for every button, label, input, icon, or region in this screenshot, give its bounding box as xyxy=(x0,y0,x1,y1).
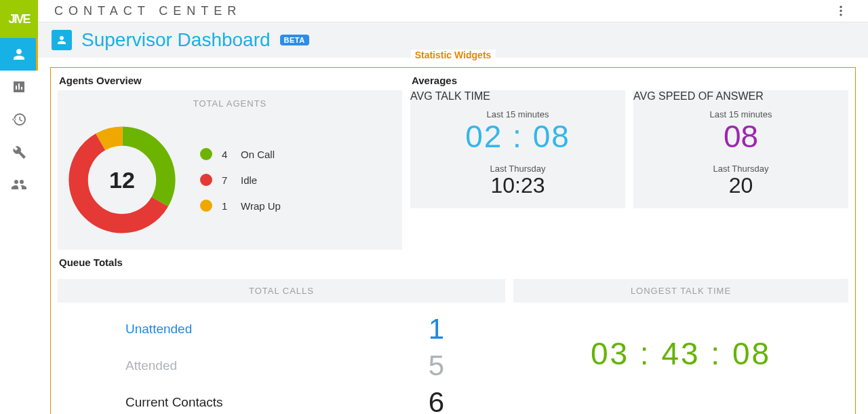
primary-label: Last 15 minutes xyxy=(710,109,772,119)
legend-row: 7Idle xyxy=(200,174,281,186)
people-icon xyxy=(11,46,27,62)
svg-point-1 xyxy=(840,10,842,12)
legend-label: On Call xyxy=(241,149,275,160)
secondary-value: 10:23 xyxy=(490,174,545,197)
queue-totals-title: Queue Totals xyxy=(58,257,848,272)
total-calls-row: Attended5 xyxy=(125,352,444,380)
page-icon xyxy=(52,30,72,50)
call-row-value: 6 xyxy=(429,388,444,414)
wrench-icon xyxy=(11,144,27,160)
call-row-label: Current Contacts xyxy=(125,395,223,410)
legend-label: Wrap Up xyxy=(241,200,281,212)
call-row-value: 5 xyxy=(429,352,444,380)
total-calls-head: TOTAL CALLS xyxy=(58,279,505,303)
primary-label: Last 15 minutes xyxy=(487,109,549,119)
legend-row: 1Wrap Up xyxy=(200,200,281,212)
total-agents-card: TOTAL AGENTS 12 4On Call7Idle1Wrap Up xyxy=(58,90,402,250)
statistic-widgets-group: Agents Overview TOTAL AGENTS 12 4On Call… xyxy=(50,67,856,414)
total-calls-row: Unattended1 xyxy=(125,315,444,343)
call-row-label: Unattended xyxy=(125,322,192,337)
legend-label: Idle xyxy=(241,174,257,186)
svg-point-0 xyxy=(840,6,842,8)
secondary-label: Last Thursday xyxy=(713,164,768,174)
logo: JIVE xyxy=(0,0,38,38)
card-head: AVG TALK TIME xyxy=(410,90,625,102)
nav-supervisor[interactable] xyxy=(0,38,38,71)
more-vert-icon xyxy=(834,4,848,18)
legend-dot xyxy=(200,148,212,160)
total-agents-value: 12 xyxy=(64,122,180,238)
page-title: Supervisor Dashboard xyxy=(81,29,271,51)
legend-dot xyxy=(200,200,212,212)
avg-speed-answer-card: AVG SPEED OF ANSWERLast 15 minutes08Last… xyxy=(633,90,848,208)
longest-talk-card: LONGEST TALK TIME 03 : 43 : 08 xyxy=(513,279,848,414)
secondary-value: 20 xyxy=(729,174,753,197)
longest-talk-value: 03 : 43 : 08 xyxy=(591,335,771,372)
nav-group[interactable] xyxy=(0,168,38,201)
nav-settings[interactable] xyxy=(0,136,38,168)
averages-title: Averages xyxy=(410,75,848,90)
primary-value: 08 xyxy=(724,119,758,154)
total-calls-card: TOTAL CALLS Unattended1Attended5Current … xyxy=(58,279,505,414)
total-agents-donut: 12 xyxy=(64,122,180,238)
total-agents-head: TOTAL AGENTS xyxy=(58,90,402,113)
app-title: CONTACT CENTER xyxy=(54,4,241,18)
legend-count: 7 xyxy=(222,174,231,186)
person-badge-icon xyxy=(56,34,68,46)
primary-value: 02 : 08 xyxy=(465,119,570,154)
avg-talk-time-card: AVG TALK TIMELast 15 minutes02 : 08Last … xyxy=(410,90,625,208)
agents-legend: 4On Call7Idle1Wrap Up xyxy=(200,148,281,212)
secondary-label: Last Thursday xyxy=(490,164,545,174)
statistic-widgets-label: Statistic Widgets xyxy=(411,50,496,60)
nav-reports[interactable] xyxy=(0,71,38,103)
nav-history[interactable] xyxy=(0,103,38,136)
call-row-value: 1 xyxy=(429,315,444,343)
history-icon xyxy=(11,111,27,128)
more-menu-button[interactable] xyxy=(830,0,852,22)
chart-icon xyxy=(11,79,27,95)
legend-count: 4 xyxy=(222,149,231,160)
total-calls-row: Current Contacts6 xyxy=(125,388,444,414)
svg-point-2 xyxy=(840,14,842,16)
beta-badge: BETA xyxy=(280,35,309,45)
legend-row: 4On Call xyxy=(200,148,281,160)
legend-dot xyxy=(200,174,212,186)
call-row-label: Attended xyxy=(125,358,177,373)
legend-count: 1 xyxy=(222,200,231,212)
group-icon xyxy=(11,176,27,193)
agents-overview-title: Agents Overview xyxy=(58,75,402,90)
longest-talk-head: LONGEST TALK TIME xyxy=(513,279,848,303)
card-head: AVG SPEED OF ANSWER xyxy=(633,90,848,102)
